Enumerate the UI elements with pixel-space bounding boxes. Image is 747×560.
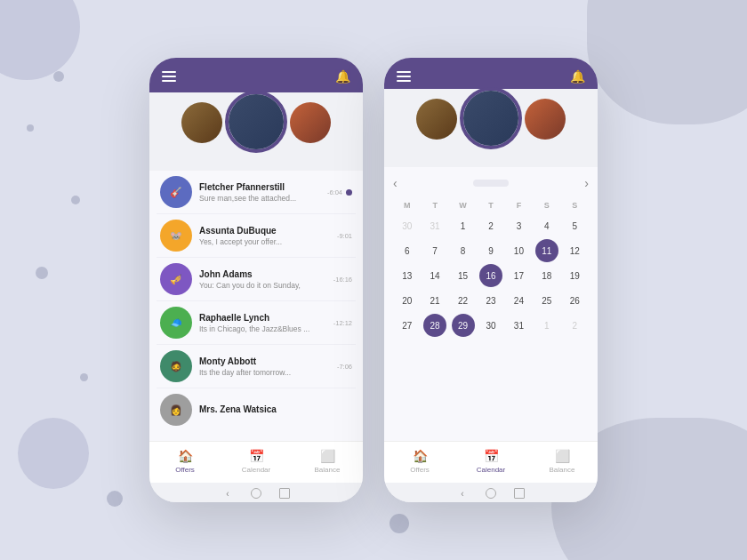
balance-nav-label: Balance — [550, 466, 575, 474]
cal-day[interactable]: 3 — [507, 214, 530, 237]
cal-day-header: S — [533, 197, 560, 213]
chat-name: Raphaelle Lynch — [199, 313, 330, 323]
cal-day[interactable]: 20 — [396, 289, 419, 312]
cal-day[interactable]: 8 — [452, 239, 475, 262]
cal-day[interactable]: 21 — [423, 289, 446, 312]
cal-day[interactable]: 4 — [535, 214, 558, 237]
bell-icon-2[interactable]: 🔔 — [570, 69, 585, 84]
cal-day[interactable]: 16 — [479, 264, 502, 287]
chat-avatar: 👩 — [160, 394, 192, 426]
cal-day[interactable]: 6 — [396, 239, 419, 262]
menu-line — [397, 71, 411, 73]
recent-button-2[interactable] — [514, 488, 525, 499]
cal-day[interactable]: 1 — [535, 314, 558, 337]
chat-time: -7:06 — [337, 363, 352, 371]
chat-avatar: 🧔 — [160, 350, 192, 382]
cal-day[interactable]: 17 — [507, 264, 530, 287]
cal-day-header: S — [561, 197, 589, 213]
recent-button-1[interactable] — [279, 488, 290, 499]
cal-day[interactable]: 19 — [563, 264, 586, 287]
dot-5 — [80, 373, 88, 381]
home-button-1[interactable] — [251, 488, 261, 499]
nav-item-offers[interactable]: 🏠Offers — [384, 449, 455, 474]
chat-preview: Its in Chicago, the Jazz&Blues ... — [199, 324, 330, 333]
cal-day[interactable]: 2 — [479, 214, 502, 237]
chat-item[interactable]: 🧔Monty AbbottIts the day after tomorrow.… — [157, 345, 356, 388]
cal-day[interactable]: 22 — [452, 289, 475, 312]
calendar-nav-icon: 📅 — [484, 449, 499, 463]
cal-day-header: M — [393, 197, 421, 213]
cal-day[interactable]: 5 — [563, 214, 586, 237]
cal-day[interactable]: 1 — [452, 214, 475, 237]
chat-time: -9:01 — [337, 232, 352, 240]
cal-day[interactable]: 31 — [507, 314, 530, 337]
nav-item-calendar[interactable]: 📅Calendar — [221, 449, 292, 474]
cal-day[interactable]: 15 — [452, 264, 475, 287]
cal-day[interactable]: 11 — [535, 239, 558, 262]
chat-avatar: 🐭 — [160, 220, 192, 252]
cal-day[interactable]: 25 — [535, 289, 558, 312]
chat-name: Fletcher Pfannerstill — [199, 182, 324, 192]
chat-item[interactable]: 👩Mrs. Zena Watsica — [157, 388, 356, 431]
next-month-button[interactable]: › — [584, 176, 589, 190]
chat-item[interactable]: 🎸Fletcher PfannerstillSure man,see the a… — [157, 171, 356, 214]
nav-item-balance[interactable]: ⬜Balance — [526, 449, 598, 474]
cal-grid: MTWTFSS303112345678910111213141516171819… — [393, 197, 589, 338]
chat-list: 🎸Fletcher PfannerstillSure man,see the a… — [149, 171, 363, 441]
calendar-nav-label: Calendar — [242, 466, 270, 474]
cal-day[interactable]: 23 — [479, 289, 502, 312]
back-button-1[interactable]: ‹ — [222, 488, 233, 499]
prev-month-button[interactable]: ‹ — [393, 176, 398, 190]
cal-day[interactable]: 24 — [507, 289, 530, 312]
menu-line — [397, 80, 411, 82]
cal-day[interactable]: 12 — [563, 239, 586, 262]
offers-nav-label: Offers — [175, 466, 195, 474]
chat-name: Mrs. Zena Watsica — [199, 404, 349, 414]
home-button-2[interactable] — [486, 488, 496, 499]
cal-day[interactable]: 27 — [396, 314, 419, 337]
cal-day[interactable]: 31 — [423, 214, 446, 237]
nav-item-calendar[interactable]: 📅Calendar — [455, 449, 526, 474]
chat-time: -12:12 — [333, 319, 352, 327]
cal-day[interactable]: 30 — [396, 214, 419, 237]
cal-day[interactable]: 14 — [423, 264, 446, 287]
cal-day[interactable]: 13 — [396, 264, 419, 287]
avatar-center-2 — [460, 87, 522, 149]
cal-day[interactable]: 2 — [563, 314, 586, 337]
cal-day[interactable]: 28 — [423, 314, 446, 337]
chat-item[interactable]: 🐭Assunta DuBuqueYes, I accept your offer… — [157, 214, 356, 258]
chat-preview: Yes, I accept your offer... — [199, 237, 333, 246]
dot-1 — [53, 71, 64, 82]
cal-day[interactable]: 26 — [563, 289, 586, 312]
avatar-right-2 — [522, 96, 568, 142]
nav-item-offers[interactable]: 🏠Offers — [149, 449, 221, 474]
cal-day[interactable]: 30 — [479, 314, 502, 337]
dot-2 — [27, 124, 34, 132]
cal-day[interactable]: 18 — [535, 264, 558, 287]
menu-line — [162, 76, 176, 77]
menu-icon-1[interactable] — [162, 71, 176, 82]
nav-item-balance[interactable]: ⬜Balance — [292, 449, 363, 474]
bg-blob-tl — [0, 0, 80, 80]
cal-day[interactable]: 9 — [479, 239, 502, 262]
phone-calendar: 🔔 ‹ › MTWTFSS3 — [384, 58, 598, 502]
calendar-nav-label: Calendar — [477, 466, 505, 474]
cal-day[interactable]: 29 — [452, 314, 475, 337]
offers-nav-icon: 🏠 — [178, 449, 193, 463]
cal-day-header: T — [421, 197, 448, 213]
menu-line — [162, 71, 176, 73]
offers-nav-label: Offers — [410, 466, 430, 474]
chat-item[interactable]: 🧢Raphaelle LynchIts in Chicago, the Jazz… — [157, 301, 356, 345]
status-bar-2 — [384, 58, 598, 64]
chat-name: Monty Abbott — [199, 356, 333, 366]
chat-item[interactable]: 🎺John AdamsYou: Can you do it on Sunday,… — [157, 258, 356, 301]
back-button-2[interactable]: ‹ — [457, 488, 468, 499]
menu-icon-2[interactable] — [397, 71, 411, 82]
bell-icon-1[interactable]: 🔔 — [335, 69, 350, 84]
calendar-body: ‹ › MTWTFSS30311234567891011121314151617… — [384, 167, 598, 441]
balance-nav-icon: ⬜ — [320, 449, 335, 463]
month-label — [473, 180, 509, 187]
cal-day[interactable]: 10 — [507, 239, 530, 262]
profile-row-1 — [179, 91, 333, 153]
cal-day[interactable]: 7 — [423, 239, 446, 262]
